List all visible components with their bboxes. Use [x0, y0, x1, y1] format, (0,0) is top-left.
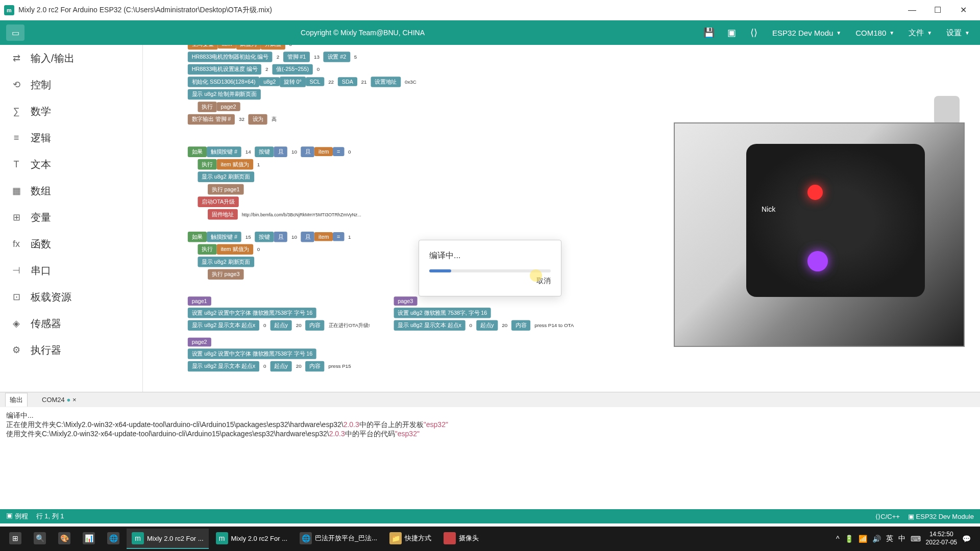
- com-tab[interactable]: COM24 ● ×: [38, 394, 81, 406]
- titlebar: m Mixly 2.0 rc2 For Arduino ESP32 (C:\Us…: [0, 0, 980, 20]
- camera-overlay: Nick: [674, 122, 965, 347]
- taskbar: ⊞ 🔍 🎨 📊 🌐 mMixly 2.0 rc2 For ... mMixly …: [0, 527, 980, 551]
- layout-icon[interactable]: ▣: [723, 24, 740, 41]
- taskbar-camera[interactable]: ●摄像头: [438, 529, 484, 549]
- sidebar-label: 板载资源: [31, 290, 71, 304]
- copyright-text: Copyright © Mixly Team@BNU, CHINA: [24, 29, 701, 37]
- taskbar-mixly2[interactable]: mMixly 2.0 rc2 For ...: [211, 529, 293, 549]
- taskbar-paint[interactable]: 🎨: [53, 529, 76, 549]
- text-icon: T: [10, 158, 22, 170]
- io-icon: ⇄: [10, 52, 22, 64]
- sidebar-item-io[interactable]: ⇄输入/输出: [0, 45, 142, 71]
- sidebar-label: 数学: [31, 105, 51, 118]
- status-lang[interactable]: ⟨⟩C/C++: [875, 513, 900, 520]
- sidebar-item-function[interactable]: fx函数: [0, 231, 142, 257]
- maximize-button[interactable]: ☐: [930, 3, 945, 18]
- sidebar-label: 数组: [31, 184, 51, 198]
- sidebar-item-control[interactable]: ⟲控制: [0, 71, 142, 98]
- variable-icon: ⊞: [10, 211, 22, 223]
- page2-function-block[interactable]: page2 设置 u8g2 设置中文字体 微软雅黑7538字 字号 16 显示 …: [188, 337, 578, 373]
- sensor-icon: ◈: [10, 317, 22, 330]
- taskbar-browser[interactable]: 🌐: [102, 529, 125, 549]
- output-tabs: 输出 COM24 ● ×: [0, 392, 980, 407]
- array-icon: ▦: [10, 185, 22, 197]
- sidebar-item-variable[interactable]: ⊞变量: [0, 204, 142, 231]
- output-console[interactable]: 编译中... 正在使用文件夹C:\Mixly2.0-win32-x64-upda…: [0, 407, 980, 509]
- tray-wifi-icon[interactable]: 📶: [859, 535, 867, 543]
- tray-ime-icon[interactable]: 英: [886, 534, 893, 543]
- tray-notification-icon[interactable]: 💬: [962, 535, 971, 543]
- taskbar-clock[interactable]: 14:52:50 2022-07-05: [926, 531, 957, 546]
- math-icon: ∑: [10, 105, 22, 117]
- window-title: Mixly 2.0 rc2 For Arduino ESP32 (C:\User…: [18, 6, 904, 15]
- status-board[interactable]: ▣ ESP32 Dev Module: [908, 513, 974, 520]
- sidebar-label: 控制: [31, 78, 51, 92]
- tray-up-icon[interactable]: ^: [836, 535, 840, 543]
- status-example[interactable]: ▣ 例程: [6, 512, 28, 521]
- code-icon[interactable]: ⟨⟩: [746, 24, 762, 41]
- sidebar-item-text[interactable]: T文本: [0, 151, 142, 178]
- led-red-indicator: [807, 185, 823, 200]
- tray-ime2-icon[interactable]: 中: [898, 534, 905, 543]
- sidebar-item-actuator[interactable]: ⚙执行器: [0, 337, 142, 363]
- port-selector[interactable]: COM180: [851, 27, 898, 39]
- sidebar-label: 输入/输出: [31, 52, 75, 65]
- serial-icon: ⊣: [10, 264, 22, 277]
- led-purple-indicator: [807, 251, 828, 271]
- settings-menu[interactable]: 设置: [942, 26, 974, 40]
- sidebar-item-serial[interactable]: ⊣串口: [0, 257, 142, 284]
- function-icon: fx: [10, 238, 22, 250]
- sidebar-label: 传感器: [31, 317, 61, 331]
- app-icon: m: [4, 5, 14, 15]
- sidebar-item-array[interactable]: ▦数组: [0, 178, 142, 204]
- logic-icon: ≡: [10, 132, 22, 144]
- sidebar-label: 执行器: [31, 343, 61, 357]
- close-button[interactable]: ✕: [955, 3, 971, 18]
- taskbar-shortcut[interactable]: 📁快捷方式: [384, 529, 436, 549]
- camera-label: Nick: [762, 205, 775, 213]
- sidebar-label: 函数: [31, 237, 51, 251]
- board-selector[interactable]: ESP32 Dev Modu: [768, 27, 845, 39]
- sidebar-label: 逻辑: [31, 131, 51, 145]
- tray-volume-icon[interactable]: 🔊: [872, 535, 881, 543]
- sidebar-item-onboard[interactable]: ⊡板载资源: [0, 284, 142, 310]
- onboard-icon: ⊡: [10, 291, 22, 303]
- sidebar-label: 串口: [31, 264, 51, 278]
- taskbar-bemfa[interactable]: 🌐巴法开放平台_巴法...: [295, 529, 382, 549]
- toolbar-tab-icon[interactable]: ▭: [6, 24, 24, 41]
- output-tab[interactable]: 输出: [5, 393, 28, 407]
- taskbar-mixly1[interactable]: mMixly 2.0 rc2 For ...: [127, 529, 209, 549]
- status-cursor: 行 1, 列 1: [36, 512, 64, 521]
- compile-dialog: 编译中... 取消: [419, 240, 561, 296]
- control-icon: ⟲: [10, 79, 22, 91]
- start-button[interactable]: ⊞: [4, 529, 27, 549]
- page1-function-block[interactable]: page1 设置 u8g2 设置中文字体 微软雅黑7538字 字号 16 显示 …: [188, 295, 374, 332]
- sidebar-item-math[interactable]: ∑数学: [0, 98, 142, 124]
- trash-icon[interactable]: [934, 96, 960, 127]
- toolbar: ▭ Copyright © Mixly Team@BNU, CHINA 💾 ▣ …: [0, 20, 980, 45]
- sidebar-label: 文本: [31, 158, 51, 171]
- tray-battery-icon[interactable]: 🔋: [845, 535, 853, 543]
- dialog-title: 编译中...: [429, 251, 551, 261]
- sidebar-item-sensor[interactable]: ◈传感器: [0, 310, 142, 337]
- category-sidebar: ⇄输入/输出 ⟲控制 ∑数学 ≡逻辑 T文本 ▦数组 ⊞变量 fx函数 ⊣串口 …: [0, 45, 143, 392]
- if-block-1[interactable]: 如果触摸按键 #14按键且10且item=0 执行item 赋值为1 显示 u8…: [188, 145, 578, 220]
- page3-function-block[interactable]: page3 设置 u8g2 微软雅黑 7538字, 字号 16 显示 u8g2 …: [394, 295, 578, 332]
- taskbar-search[interactable]: 🔍: [29, 529, 51, 549]
- setup-block-group[interactable]: 全局变量item赋值为并赋值0 HR8833电机控制器初始化 编号2管脚 #11…: [188, 45, 578, 126]
- statusbar: ▣ 例程 行 1, 列 1 ⟨⟩C/C++ ▣ ESP32 Dev Module: [0, 509, 980, 523]
- tray-keyboard-icon[interactable]: ⌨: [911, 535, 921, 543]
- file-menu[interactable]: 文件: [904, 26, 936, 40]
- save-icon[interactable]: 💾: [701, 24, 717, 41]
- cursor-highlight: [530, 269, 542, 282]
- sidebar-label: 变量: [31, 211, 51, 224]
- actuator-icon: ⚙: [10, 344, 22, 356]
- sidebar-item-logic[interactable]: ≡逻辑: [0, 124, 142, 151]
- taskbar-calc[interactable]: 📊: [78, 529, 100, 549]
- minimize-button[interactable]: —: [904, 3, 920, 18]
